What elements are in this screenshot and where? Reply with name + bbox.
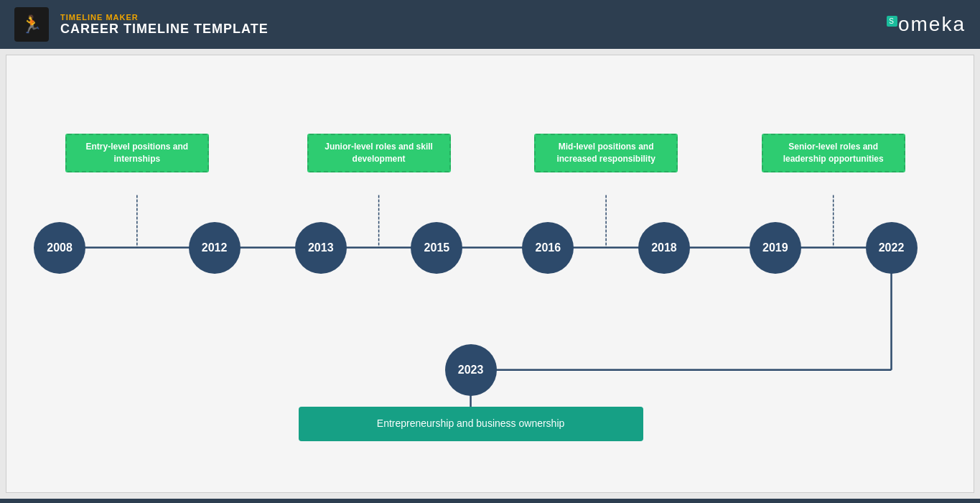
year-node-2013: 2013 xyxy=(295,222,347,274)
main-content: Entry-level positions and internships Ju… xyxy=(6,55,974,493)
header-title: CAREER TIMELINE TEMPLATE xyxy=(60,22,269,37)
header-text: TIMELINE MAKER CAREER TIMELINE TEMPLATE xyxy=(60,13,269,37)
header-left: 🏃 TIMELINE MAKER CAREER TIMELINE TEMPLAT… xyxy=(14,7,269,42)
brand-logo: Someka xyxy=(887,13,966,36)
label-senior-level: Senior-level roles and leadership opport… xyxy=(762,134,905,172)
year-node-2019: 2019 xyxy=(750,222,801,274)
label-entry-level: Entry-level positions and internships xyxy=(65,134,209,172)
footer-bar xyxy=(0,499,980,503)
year-node-2015: 2015 xyxy=(411,222,462,274)
year-node-2008: 2008 xyxy=(34,222,85,274)
label-entrepreneurship: Entrepreneurship and business ownership xyxy=(299,407,643,441)
header: 🏃 TIMELINE MAKER CAREER TIMELINE TEMPLAT… xyxy=(0,0,980,49)
label-junior-level: Junior-level roles and skill development xyxy=(307,134,451,172)
year-node-2012: 2012 xyxy=(189,222,241,274)
label-mid-level: Mid-level positions and increased respon… xyxy=(534,134,678,172)
year-node-2018: 2018 xyxy=(638,222,690,274)
header-subtitle: TIMELINE MAKER xyxy=(60,13,269,22)
logo-badge: S xyxy=(887,16,897,27)
year-node-2023: 2023 xyxy=(445,344,497,396)
year-node-2022: 2022 xyxy=(866,222,918,274)
year-node-2016: 2016 xyxy=(522,222,574,274)
app-icon: 🏃 xyxy=(14,7,49,42)
